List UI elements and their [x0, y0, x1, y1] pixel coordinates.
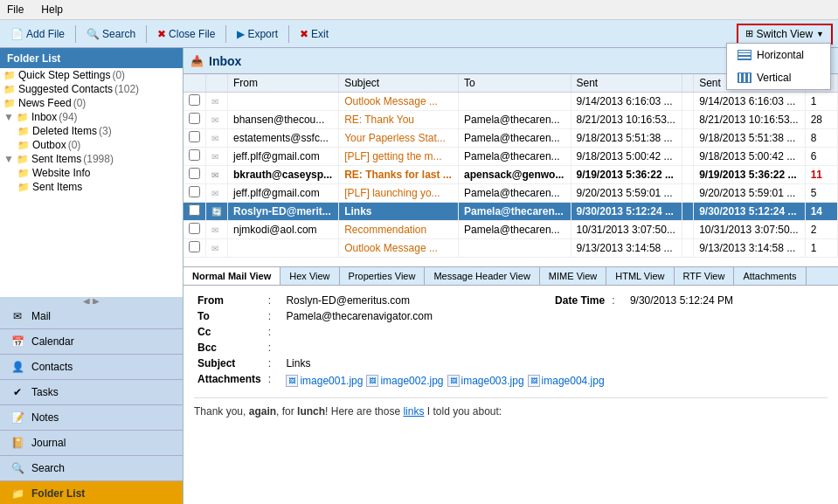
row-checkbox[interactable]: [184, 239, 206, 258]
sidebar-scroll-area[interactable]: ◀ ▶: [0, 297, 183, 304]
nav-item-journal[interactable]: 📔 Journal: [0, 431, 183, 456]
envelope-unread-icon: 🔄: [211, 207, 222, 217]
exit-button[interactable]: ✖ Exit: [294, 26, 334, 42]
folder-suggested-contacts[interactable]: 📁 Suggested Contacts (102): [0, 82, 183, 96]
tab-hex-view[interactable]: Hex View: [280, 267, 339, 285]
nav-item-contacts[interactable]: 👤 Contacts: [0, 355, 183, 380]
menu-help[interactable]: Help: [38, 2, 66, 17]
mail-body: Thank you, again, for lunch! Here are th…: [194, 397, 828, 419]
horizontal-icon: [738, 50, 751, 60]
vertical-option[interactable]: Vertical: [727, 66, 830, 89]
folder-icon: 📁: [17, 126, 30, 137]
main-layout: Folder List 📁 Quick Step Settings (0) 📁 …: [0, 48, 838, 504]
folder-quick-step[interactable]: 📁 Quick Step Settings (0): [0, 68, 183, 82]
nav-item-notes[interactable]: 📝 Notes: [0, 405, 183, 431]
row-sent2: [682, 221, 694, 239]
nav-item-folder-list[interactable]: 📁 Folder List: [0, 481, 183, 504]
row-sent3: 9/13/2013 3:14:58 ...: [694, 239, 806, 258]
row-sent3: 10/31/2013 3:07:50...: [694, 221, 806, 239]
row-sent3: 9/20/2013 5:59:01 ...: [694, 184, 806, 203]
table-row[interactable]: ✉ jeff.plf@gmail.com [PLF] launching yo.…: [184, 184, 838, 203]
nav-item-calendar[interactable]: 📅 Calendar: [0, 329, 183, 355]
folder-website-info[interactable]: 📁 Website Info: [0, 166, 183, 180]
horizontal-option[interactable]: Horizontal: [727, 44, 830, 66]
folder-inbox[interactable]: ▼ 📁 Inbox (94): [0, 110, 183, 124]
row-sent: 9/18/2013 5:00:42 ...: [571, 148, 682, 166]
nav-item-tasks[interactable]: ✔ Tasks: [0, 380, 183, 405]
row-subject: Outlook Message ...: [339, 239, 459, 258]
col-checkbox[interactable]: [184, 74, 206, 93]
table-row[interactable]: ✉ njmkodi@aol.com Recommendation Pamela@…: [184, 221, 838, 239]
nav-item-mail[interactable]: ✉ Mail: [0, 304, 183, 329]
tab-rtf-view[interactable]: RTF View: [675, 267, 735, 285]
col-sent[interactable]: Sent: [571, 74, 682, 93]
folder-sent-items[interactable]: ▼ 📁 Sent Items (1998): [0, 152, 183, 166]
add-file-button[interactable]: 📄 Add File: [5, 26, 70, 42]
sidebar-header: Folder List: [0, 48, 183, 68]
row-checkbox[interactable]: [184, 111, 206, 129]
table-row[interactable]: ✉ bkrauth@caseysp... RE: Thanks for last…: [184, 166, 838, 184]
mail-detail: From : Roslyn-ED@emeritus.com Date Time …: [184, 286, 838, 504]
links-link[interactable]: links: [403, 405, 424, 418]
row-checkbox[interactable]: [184, 148, 206, 166]
row-checkbox[interactable]: [184, 203, 206, 221]
tab-mime-view[interactable]: MIME View: [540, 267, 606, 285]
envelope-read-icon: ✉: [211, 152, 218, 162]
switch-view-button[interactable]: ⊞ Switch View ▼ Horizontal Vertical: [737, 24, 833, 45]
row-kb: 1: [805, 93, 837, 111]
toolbar-sep-1: [75, 25, 76, 43]
tab-attachments[interactable]: Attachments: [734, 267, 806, 285]
col-icon[interactable]: [206, 74, 228, 93]
bcc-colon: :: [265, 340, 283, 356]
row-subject: RE: Thank You: [339, 111, 459, 129]
row-to: apensack@genwo...: [459, 166, 571, 184]
folder-outbox[interactable]: 📁 Outbox (0): [0, 138, 183, 152]
folder-list[interactable]: 📁 Quick Step Settings (0) 📁 Suggested Co…: [0, 68, 183, 297]
row-sent: 10/31/2013 3:07:50...: [571, 221, 682, 239]
folder-news-feed[interactable]: 📁 News Feed (0): [0, 96, 183, 110]
envelope-read-icon: ✉: [211, 225, 218, 235]
attachment-1[interactable]: 🖼 image001.jpg: [286, 375, 363, 387]
table-row[interactable]: ✉ Outlook Message ... 9/13/2013 3:14:58 …: [184, 239, 838, 258]
envelope-read-icon: ✉: [211, 134, 218, 143]
row-checkbox[interactable]: [184, 93, 206, 111]
table-row[interactable]: ✉ bhansen@thecou... RE: Thank You Pamela…: [184, 111, 838, 129]
row-icon: ✉: [206, 221, 228, 239]
tab-message-header-view[interactable]: Message Header View: [425, 267, 539, 285]
datetime-value: 9/30/2013 5:12:24 PM: [627, 293, 828, 308]
nav-item-search[interactable]: 🔍 Search: [0, 456, 183, 481]
email-table-container[interactable]: From Subject To Sent Sent (KB) ✉ Outlook…: [184, 74, 838, 266]
row-checkbox[interactable]: [184, 166, 206, 184]
attachment-2[interactable]: 🖼 image002.jpg: [366, 375, 443, 387]
folder-sent-items-sub[interactable]: 📁 Sent Items: [0, 180, 183, 194]
inbox-icon: 📥: [190, 55, 204, 67]
email-list[interactable]: ✉ Outlook Message ... 9/14/2013 6:16:03 …: [184, 93, 838, 258]
row-subject: Links: [339, 203, 459, 221]
col-to[interactable]: To: [459, 74, 571, 93]
exit-icon: ✖: [300, 28, 308, 40]
attachment-4[interactable]: 🖼 image004.jpg: [528, 375, 605, 387]
col-sent2[interactable]: [682, 74, 694, 93]
col-subject[interactable]: Subject: [339, 74, 459, 93]
row-checkbox[interactable]: [184, 184, 206, 203]
menu-file[interactable]: File: [3, 2, 27, 17]
tab-properties-view[interactable]: Properties View: [340, 267, 426, 285]
expand-icon: ▼: [3, 111, 14, 123]
folder-deleted-items[interactable]: 📁 Deleted Items (3): [0, 124, 183, 138]
row-checkbox[interactable]: [184, 221, 206, 239]
add-file-icon: 📄: [10, 28, 24, 40]
row-to: Pamela@thecaren...: [459, 221, 571, 239]
tab-html-view[interactable]: HTML View: [606, 267, 674, 285]
table-row[interactable]: ✉ estatements@ssfc... Your Paperless Sta…: [184, 129, 838, 148]
col-from[interactable]: From: [228, 74, 339, 93]
table-row[interactable]: ✉ Outlook Message ... 9/14/2013 6:16:03 …: [184, 93, 838, 111]
row-checkbox[interactable]: [184, 129, 206, 148]
search-button[interactable]: 🔍 Search: [81, 26, 141, 42]
export-button[interactable]: ▶ Export: [232, 26, 283, 42]
attachment-3[interactable]: 🖼 image003.jpg: [447, 375, 524, 387]
tasks-icon: ✔: [9, 385, 26, 399]
table-row[interactable]: ✉ jeff.plf@gmail.com [PLF] getting the m…: [184, 148, 838, 166]
close-file-button[interactable]: ✖ Close File: [152, 26, 220, 42]
tab-normal-mail-view[interactable]: Normal Mail View: [184, 267, 280, 285]
table-row[interactable]: 🔄 Roslyn-ED@merit... Links Pamela@thecar…: [184, 203, 838, 221]
